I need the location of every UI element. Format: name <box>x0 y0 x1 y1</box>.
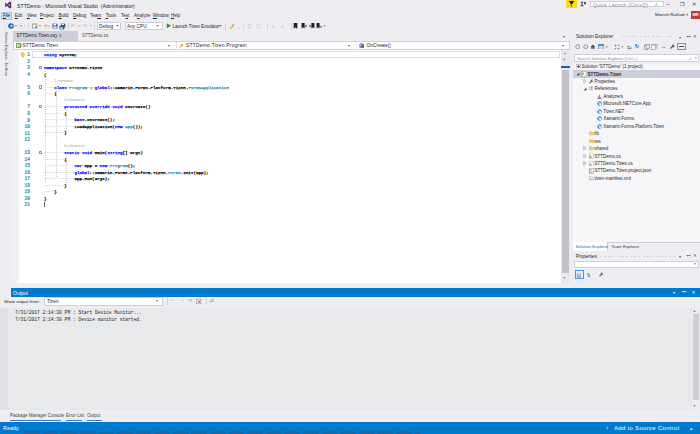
svg-text:#: # <box>582 72 584 76</box>
svg-text:#: # <box>589 162 591 166</box>
svg-text:#: # <box>589 155 591 159</box>
